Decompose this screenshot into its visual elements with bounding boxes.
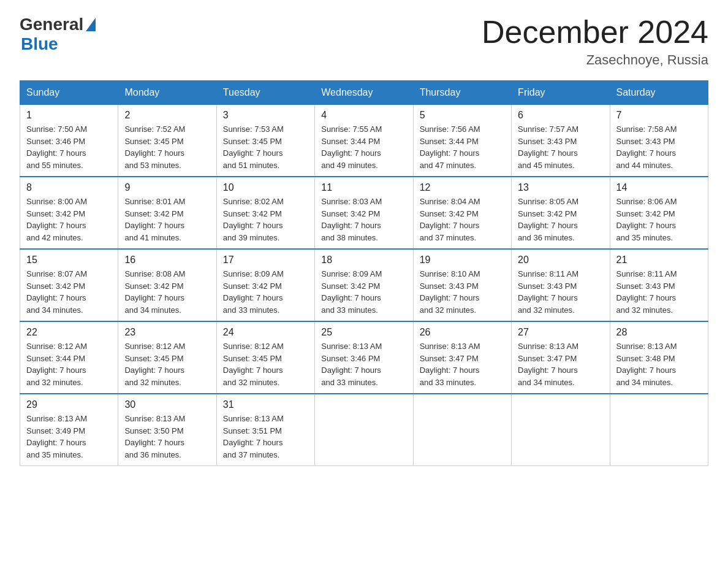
page-header: General Blue December 2024 Zasechnoye, R…: [20, 15, 708, 68]
day-info: Sunrise: 7:56 AMSunset: 3:44 PMDaylight:…: [420, 123, 505, 171]
day-number: 28: [616, 327, 702, 338]
calendar-header-sunday: Sunday: [20, 81, 118, 105]
day-number: 22: [26, 327, 112, 338]
calendar-cell: 7 Sunrise: 7:58 AMSunset: 3:43 PMDayligh…: [610, 105, 708, 177]
calendar-cell: [413, 394, 511, 466]
calendar-cell: 30 Sunrise: 8:13 AMSunset: 3:50 PMDaylig…: [118, 394, 216, 466]
calendar-week-row: 8 Sunrise: 8:00 AMSunset: 3:42 PMDayligh…: [20, 177, 708, 249]
day-number: 6: [518, 110, 603, 121]
calendar-cell: 20 Sunrise: 8:11 AMSunset: 3:43 PMDaylig…: [512, 249, 610, 321]
calendar-cell: 27 Sunrise: 8:13 AMSunset: 3:47 PMDaylig…: [512, 321, 610, 394]
day-number: 12: [420, 182, 505, 193]
calendar-header-friday: Friday: [512, 81, 610, 105]
calendar-cell: 26 Sunrise: 8:13 AMSunset: 3:47 PMDaylig…: [413, 321, 511, 394]
calendar-cell: 4 Sunrise: 7:55 AMSunset: 3:44 PMDayligh…: [315, 105, 413, 177]
day-number: 1: [26, 110, 112, 121]
day-info: Sunrise: 8:09 AMSunset: 3:42 PMDaylight:…: [223, 268, 308, 316]
day-info: Sunrise: 8:12 AMSunset: 3:44 PMDaylight:…: [26, 340, 112, 388]
logo-blue-text: Blue: [21, 34, 58, 54]
calendar-cell: 23 Sunrise: 8:12 AMSunset: 3:45 PMDaylig…: [118, 321, 216, 394]
day-info: Sunrise: 8:01 AMSunset: 3:42 PMDaylight:…: [124, 196, 210, 243]
calendar-header-row: SundayMondayTuesdayWednesdayThursdayFrid…: [20, 81, 708, 105]
day-number: 2: [124, 110, 210, 121]
day-number: 7: [616, 110, 702, 121]
calendar-cell: 28 Sunrise: 8:13 AMSunset: 3:48 PMDaylig…: [610, 321, 708, 394]
day-info: Sunrise: 8:11 AMSunset: 3:43 PMDaylight:…: [616, 268, 702, 316]
logo-general-text: General: [20, 15, 83, 34]
day-number: 11: [321, 182, 406, 193]
day-info: Sunrise: 8:11 AMSunset: 3:43 PMDaylight:…: [518, 268, 603, 316]
day-info: Sunrise: 8:07 AMSunset: 3:42 PMDaylight:…: [26, 268, 112, 316]
calendar-cell: [512, 394, 610, 466]
location-text: Zasechnoye, Russia: [482, 52, 708, 68]
day-info: Sunrise: 8:13 AMSunset: 3:50 PMDaylight:…: [124, 413, 210, 461]
day-info: Sunrise: 8:13 AMSunset: 3:51 PMDaylight:…: [223, 413, 308, 461]
day-number: 14: [616, 182, 702, 193]
day-info: Sunrise: 8:04 AMSunset: 3:42 PMDaylight:…: [420, 196, 505, 243]
day-number: 15: [26, 255, 112, 266]
calendar-cell: 1 Sunrise: 7:50 AMSunset: 3:46 PMDayligh…: [20, 105, 118, 177]
calendar-cell: 8 Sunrise: 8:00 AMSunset: 3:42 PMDayligh…: [20, 177, 118, 249]
calendar-header-thursday: Thursday: [413, 81, 511, 105]
calendar-cell: 15 Sunrise: 8:07 AMSunset: 3:42 PMDaylig…: [20, 249, 118, 321]
calendar-cell: 11 Sunrise: 8:03 AMSunset: 3:42 PMDaylig…: [315, 177, 413, 249]
day-number: 20: [518, 255, 603, 266]
day-number: 27: [518, 327, 603, 338]
calendar-cell: 19 Sunrise: 8:10 AMSunset: 3:43 PMDaylig…: [413, 249, 511, 321]
day-info: Sunrise: 8:10 AMSunset: 3:43 PMDaylight:…: [420, 268, 505, 316]
calendar-week-row: 1 Sunrise: 7:50 AMSunset: 3:46 PMDayligh…: [20, 105, 708, 177]
day-info: Sunrise: 8:08 AMSunset: 3:42 PMDaylight:…: [124, 268, 210, 316]
day-number: 19: [420, 255, 505, 266]
calendar-cell: 13 Sunrise: 8:05 AMSunset: 3:42 PMDaylig…: [512, 177, 610, 249]
day-number: 13: [518, 182, 603, 193]
day-info: Sunrise: 8:09 AMSunset: 3:42 PMDaylight:…: [321, 268, 406, 316]
day-number: 10: [223, 182, 308, 193]
logo: General Blue: [20, 15, 97, 54]
calendar-cell: 2 Sunrise: 7:52 AMSunset: 3:45 PMDayligh…: [118, 105, 216, 177]
day-number: 29: [26, 399, 112, 410]
calendar-cell: 9 Sunrise: 8:01 AMSunset: 3:42 PMDayligh…: [118, 177, 216, 249]
day-number: 16: [124, 255, 210, 266]
day-info: Sunrise: 7:57 AMSunset: 3:43 PMDaylight:…: [518, 123, 603, 171]
day-info: Sunrise: 8:12 AMSunset: 3:45 PMDaylight:…: [124, 340, 210, 388]
calendar-header-monday: Monday: [118, 81, 216, 105]
day-info: Sunrise: 8:13 AMSunset: 3:47 PMDaylight:…: [518, 340, 603, 388]
day-number: 9: [124, 182, 210, 193]
calendar-cell: 3 Sunrise: 7:53 AMSunset: 3:45 PMDayligh…: [216, 105, 314, 177]
calendar-header-saturday: Saturday: [610, 81, 708, 105]
day-info: Sunrise: 7:58 AMSunset: 3:43 PMDaylight:…: [616, 123, 702, 171]
calendar-week-row: 15 Sunrise: 8:07 AMSunset: 3:42 PMDaylig…: [20, 249, 708, 321]
day-info: Sunrise: 7:53 AMSunset: 3:45 PMDaylight:…: [223, 123, 308, 171]
calendar-cell: 18 Sunrise: 8:09 AMSunset: 3:42 PMDaylig…: [315, 249, 413, 321]
day-info: Sunrise: 7:55 AMSunset: 3:44 PMDaylight:…: [321, 123, 406, 171]
calendar-cell: [315, 394, 413, 466]
day-number: 21: [616, 255, 702, 266]
calendar-cell: 10 Sunrise: 8:02 AMSunset: 3:42 PMDaylig…: [216, 177, 314, 249]
day-number: 4: [321, 110, 406, 121]
day-number: 23: [124, 327, 210, 338]
calendar-cell: 17 Sunrise: 8:09 AMSunset: 3:42 PMDaylig…: [216, 249, 314, 321]
day-info: Sunrise: 8:13 AMSunset: 3:49 PMDaylight:…: [26, 413, 112, 461]
day-info: Sunrise: 7:50 AMSunset: 3:46 PMDaylight:…: [26, 123, 112, 171]
day-number: 17: [223, 255, 308, 266]
calendar-table: SundayMondayTuesdayWednesdayThursdayFrid…: [20, 80, 708, 466]
calendar-cell: 6 Sunrise: 7:57 AMSunset: 3:43 PMDayligh…: [512, 105, 610, 177]
title-section: December 2024 Zasechnoye, Russia: [482, 15, 708, 68]
day-info: Sunrise: 8:00 AMSunset: 3:42 PMDaylight:…: [26, 196, 112, 243]
calendar-header-wednesday: Wednesday: [315, 81, 413, 105]
day-info: Sunrise: 7:52 AMSunset: 3:45 PMDaylight:…: [124, 123, 210, 171]
logo-triangle-icon: [86, 18, 96, 31]
day-number: 24: [223, 327, 308, 338]
calendar-cell: 5 Sunrise: 7:56 AMSunset: 3:44 PMDayligh…: [413, 105, 511, 177]
day-number: 5: [420, 110, 505, 121]
day-info: Sunrise: 8:13 AMSunset: 3:46 PMDaylight:…: [321, 340, 406, 388]
calendar-cell: 24 Sunrise: 8:12 AMSunset: 3:45 PMDaylig…: [216, 321, 314, 394]
day-number: 26: [420, 327, 505, 338]
day-number: 30: [124, 399, 210, 410]
day-number: 3: [223, 110, 308, 121]
calendar-week-row: 22 Sunrise: 8:12 AMSunset: 3:44 PMDaylig…: [20, 321, 708, 394]
calendar-cell: 12 Sunrise: 8:04 AMSunset: 3:42 PMDaylig…: [413, 177, 511, 249]
calendar-cell: 14 Sunrise: 8:06 AMSunset: 3:42 PMDaylig…: [610, 177, 708, 249]
day-info: Sunrise: 8:13 AMSunset: 3:48 PMDaylight:…: [616, 340, 702, 388]
calendar-cell: [610, 394, 708, 466]
